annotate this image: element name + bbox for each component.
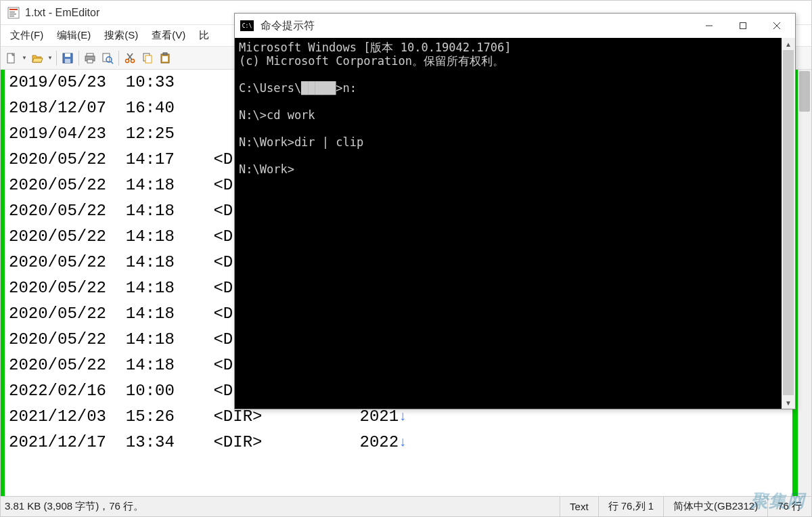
svg-rect-1	[9, 9, 18, 10]
return-mark-icon: ↓	[399, 430, 407, 455]
svg-rect-20	[145, 55, 152, 63]
svg-rect-9	[87, 53, 93, 56]
scroll-down-icon[interactable]: ▼	[782, 397, 795, 409]
emeditor-title: 1.txt - EmEditor	[25, 7, 99, 19]
cut-button[interactable]	[122, 50, 138, 66]
save-button[interactable]	[60, 50, 76, 66]
copy-button[interactable]	[139, 50, 156, 66]
vertical-scrollbar[interactable]	[798, 70, 811, 496]
menu-search[interactable]: 搜索(S)	[97, 26, 145, 45]
cmd-title: 命令提示符	[261, 19, 692, 33]
scrollbar-thumb[interactable]	[799, 71, 810, 112]
svg-rect-23	[162, 56, 168, 62]
cmd-window[interactable]: C:\ 命令提示符 Microsoft Windows [版本 10.0.190…	[234, 13, 796, 409]
scroll-up-icon[interactable]: ▲	[782, 38, 795, 50]
svg-line-17	[128, 53, 133, 60]
svg-rect-7	[65, 53, 70, 57]
open-dropdown-icon[interactable]: ▼	[47, 55, 53, 61]
close-button[interactable]	[760, 15, 794, 37]
emeditor-app-icon	[7, 7, 20, 19]
svg-rect-4	[9, 16, 14, 17]
print-preview-button[interactable]	[99, 50, 116, 66]
svg-line-18	[127, 53, 132, 60]
toolbar-separator	[118, 51, 119, 66]
svg-rect-25	[740, 23, 746, 29]
toolbar-separator	[56, 51, 57, 66]
emeditor-statusbar: 3.81 KB (3,908 字节)，76 行。 Text 行 76,列 1 简…	[1, 496, 811, 516]
status-encoding[interactable]: 简体中文(GB2312)	[663, 497, 767, 516]
svg-rect-8	[65, 59, 70, 63]
text-line[interactable]: 2021/12/17 13:34 <DIR> 2022↓	[9, 430, 811, 455]
menu-file[interactable]: 文件(F)	[3, 26, 50, 45]
svg-line-14	[111, 62, 113, 64]
menu-view[interactable]: 查看(V)	[145, 26, 192, 45]
menu-compare[interactable]: 比	[192, 26, 216, 45]
cmd-titlebar[interactable]: C:\ 命令提示符	[235, 14, 795, 38]
status-position[interactable]: 行 76,列 1	[598, 497, 664, 516]
print-button[interactable]	[82, 50, 98, 66]
open-file-button[interactable]	[29, 50, 45, 66]
cmd-content: Microsoft Windows [版本 10.0.19042.1706] (…	[235, 38, 795, 409]
status-filesize: 3.81 KB (3,908 字节)，76 行。	[1, 500, 560, 513]
maximize-button[interactable]	[726, 15, 760, 37]
status-lines: 76 行	[767, 497, 811, 516]
svg-rect-22	[163, 53, 167, 55]
toolbar-separator	[78, 51, 79, 66]
svg-rect-3	[9, 14, 16, 15]
new-dropdown-icon[interactable]: ▼	[21, 55, 28, 61]
cmd-scrollbar-thumb[interactable]	[783, 50, 794, 395]
menu-edit[interactable]: 编辑(E)	[50, 26, 97, 45]
cmd-text-area[interactable]: Microsoft Windows [版本 10.0.19042.1706] (…	[235, 38, 782, 409]
svg-rect-2	[9, 12, 15, 13]
minimize-button[interactable]	[692, 15, 726, 37]
cmd-scrollbar[interactable]: ▲ ▼	[782, 38, 795, 409]
new-file-button[interactable]	[3, 50, 20, 66]
status-mode[interactable]: Text	[560, 497, 598, 516]
cmd-app-icon: C:\	[240, 20, 254, 31]
paste-button[interactable]	[157, 50, 173, 66]
svg-rect-11	[87, 60, 93, 63]
